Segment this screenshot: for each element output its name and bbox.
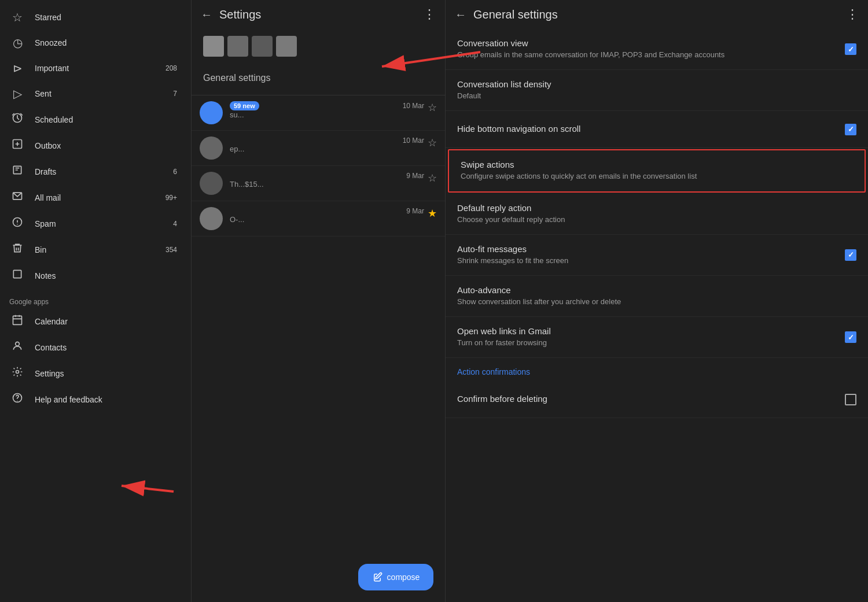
sidebar-item-label: Spam [35,219,173,228]
sidebar-item-calendar[interactable]: Calendar [0,308,186,334]
sidebar-item-label: Contacts [35,343,177,352]
setting-subtitle: Default [457,91,856,101]
compose-icon [372,572,382,582]
email-star-4[interactable]: ★ [428,207,437,220]
email-item-2[interactable]: 10 Mar ep... ☆ [192,131,445,166]
email-content-3: 9 Mar Th...$15... [230,172,424,189]
setting-row-confirm-delete[interactable]: Confirm before deleting [446,381,868,418]
setting-row-auto-advance[interactable]: Auto-advance Show conversation list afte… [446,276,868,317]
sidebar-item-label: Important [35,64,165,73]
setting-subtitle: Turn on for faster browsing [457,338,836,348]
account-avatar-2[interactable] [227,36,248,57]
middle-panel: ← Settings ⋮ General settings 59 new 10 … [191,0,446,602]
setting-text-hide-bottom-nav: Hide bottom navigation on scroll [457,124,836,135]
setting-row-hide-bottom-nav[interactable]: Hide bottom navigation on scroll [446,111,868,148]
setting-title: Conversation list density [457,79,856,89]
compose-button[interactable]: compose [358,564,433,590]
bin-badge: 354 [165,246,177,254]
setting-row-swipe-actions[interactable]: Swipe actions Configure swipe actions to… [448,149,866,192]
email-star-2[interactable]: ☆ [428,136,437,149]
conversation-view-checkbox[interactable] [845,43,856,55]
help-icon [9,392,25,407]
setting-subtitle: Group emails in the same conversation fo… [457,50,836,60]
email-item-4[interactable]: 9 Mar O-... ★ [192,201,445,237]
sidebar-item-help[interactable]: Help and feedback [0,386,186,412]
important-badge: 208 [165,64,177,72]
middle-header: ← Settings ⋮ [192,0,445,29]
middle-more-button[interactable]: ⋮ [423,7,436,22]
setting-row-conversation-density[interactable]: Conversation list density Default [446,70,868,111]
sidebar-item-settings[interactable]: Settings [0,360,186,386]
sidebar-item-scheduled[interactable]: Scheduled [0,106,186,132]
auto-fit-checkbox[interactable] [845,249,856,261]
setting-row-conversation-view[interactable]: Conversation view Group emails in the sa… [446,29,868,70]
setting-text-auto-fit: Auto-fit messages Shrink messages to fit… [457,244,836,266]
sidebar-item-outbox[interactable]: Outbox [0,132,186,158]
sidebar-item-important[interactable]: ⊳ Important 208 [0,56,186,81]
sidebar-item-all-mail[interactable]: All mail 99+ [0,184,186,210]
sidebar-item-starred[interactable]: ☆ Starred [0,5,186,30]
email-star-3[interactable]: ☆ [428,172,437,184]
general-settings-label: General settings [203,73,271,83]
open-web-links-checkbox[interactable] [845,331,856,343]
hide-bottom-nav-checkbox[interactable] [845,124,856,135]
email-date-2: 10 Mar [403,136,424,145]
sidebar-item-contacts[interactable]: Contacts [0,334,186,360]
sidebar-item-bin[interactable]: Bin 354 [0,237,186,263]
middle-panel-title: Settings [219,8,261,21]
setting-title: Default reply action [457,203,856,213]
star-icon: ☆ [9,10,25,24]
sidebar-item-spam[interactable]: Spam 4 [0,210,186,237]
email-avatar-4 [200,207,223,230]
sidebar-item-snoozed[interactable]: ◷ Snoozed [0,30,186,56]
setting-row-auto-fit[interactable]: Auto-fit messages Shrink messages to fit… [446,235,868,276]
sidebar-item-drafts[interactable]: Drafts 6 [0,158,186,184]
email-avatar-2 [200,136,223,160]
sidebar-item-label: Bin [35,245,165,254]
sidebar-item-label: Sent [35,89,173,98]
setting-row-default-reply[interactable]: Default reply action Choose your default… [446,194,868,235]
compose-label: compose [387,573,420,582]
google-apps-label: Google apps [0,289,191,308]
settings-section: Conversation view Group emails in the sa… [446,29,868,418]
account-avatars-row [192,29,445,61]
email-item-3[interactable]: 9 Mar Th...$15... ☆ [192,166,445,201]
email-preview-2: ep... [230,145,424,153]
email-content-4: 9 Mar O-... [230,207,424,224]
setting-subtitle: Shrink messages to fit the screen [457,256,836,266]
setting-text-auto-advance: Auto-advance Show conversation list afte… [457,285,856,307]
right-back-button[interactable]: ← [455,8,466,21]
account-avatar-3[interactable] [252,36,273,57]
right-more-button[interactable]: ⋮ [846,7,859,22]
drafts-icon [9,164,25,179]
general-settings-nav-item[interactable]: General settings [192,61,445,95]
sidebar-item-label: Settings [35,369,177,378]
setting-title: Conversation view [457,38,836,48]
email-item-1[interactable]: 59 new 10 Mar su... ☆ [192,95,445,131]
right-panel-title: General settings [473,8,558,21]
middle-back-button[interactable]: ← [201,8,212,21]
email-date-3: 9 Mar [406,172,424,180]
sidebar-item-label: Snoozed [35,38,177,47]
email-preview-3: Th...$15... [230,180,424,189]
clock-icon: ◷ [9,36,25,50]
account-avatar-1[interactable] [203,36,224,57]
outbox-icon [9,138,25,153]
account-avatar-4[interactable] [276,36,297,57]
email-preview-4: O-... [230,215,424,224]
sidebar-item-notes[interactable]: Notes [0,263,186,289]
setting-row-open-web-links[interactable]: Open web links in Gmail Turn on for fast… [446,317,868,358]
setting-title: Auto-advance [457,285,856,295]
setting-subtitle: Show conversation list after you archive… [457,297,856,307]
new-badge: 59 new [230,101,259,110]
sidebar-item-label: Drafts [35,167,173,176]
setting-text-confirm-delete: Confirm before deleting [457,394,836,405]
confirm-delete-checkbox[interactable] [845,394,856,405]
scheduled-icon [9,112,25,127]
sidebar-item-sent[interactable]: ▷ Sent 7 [0,81,186,106]
email-content-2: 10 Mar ep... [230,136,424,153]
notes-icon [9,268,25,283]
setting-title: Hide bottom navigation on scroll [457,124,836,134]
email-date-1: 10 Mar [403,102,424,110]
email-star-1[interactable]: ☆ [428,101,437,114]
